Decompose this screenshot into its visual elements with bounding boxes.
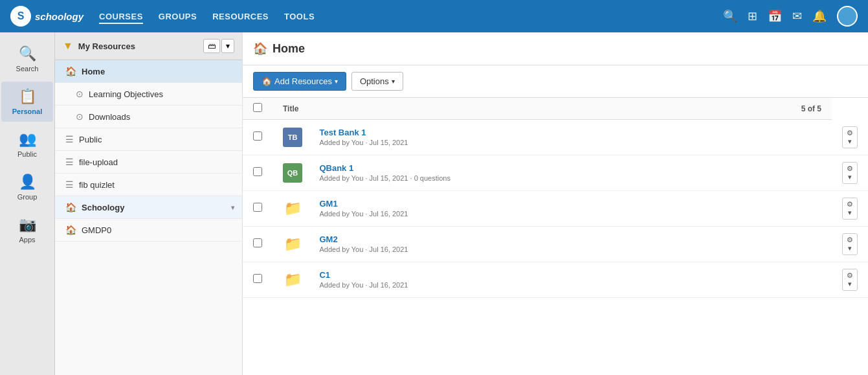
row-gear-button[interactable]: ⚙ ▾ (842, 269, 858, 291)
sidebar-nav-home[interactable]: 🏠 Home (55, 60, 242, 83)
row-action-cell: ⚙ ▾ (832, 155, 868, 190)
sidebar-item-search[interactable]: 🔍 Search (1, 39, 53, 79)
resource-title-link[interactable]: QBank 1 (319, 163, 353, 173)
row-title-cell: C1 Added by You · Jul 16, 2021 (309, 262, 832, 297)
row-icon-cell: 📁 (273, 226, 309, 262)
table-header-row: Title 5 of 5 (243, 98, 868, 120)
header-checkbox-col (243, 98, 273, 120)
sidebar-nav-file-upload[interactable]: ☰ file-upload (55, 151, 242, 174)
search-sidebar-icon: 🔍 (19, 45, 36, 62)
sidebar-nav-public[interactable]: ☰ Public (55, 128, 242, 151)
row-icon-cell: 📁 (273, 190, 309, 226)
add-resources-caret-icon: ▾ (335, 78, 338, 85)
resource-title-link[interactable]: Test Bank 1 (319, 128, 366, 137)
row-checkbox[interactable] (253, 238, 262, 247)
table-body: TB Test Bank 1 Added by You · Jul 15, 20… (243, 120, 868, 298)
table-row: 📁 GM2 Added by You · Jul 16, 2021 ⚙ ▾ (243, 226, 868, 262)
logo-text: schoology (35, 11, 83, 22)
row-checkbox[interactable] (253, 274, 262, 283)
options-button[interactable]: Options ▾ (351, 72, 403, 91)
sidebar-nav-learning-objectives[interactable]: ⊙ Learning Objectives (55, 83, 242, 106)
nav-resources[interactable]: RESOURCES (212, 12, 269, 21)
options-caret-icon: ▾ (392, 78, 395, 85)
sidebar-more-button[interactable]: ▾ (221, 39, 234, 53)
row-checkbox[interactable] (253, 131, 262, 141)
row-title-cell: GM1 Added by You · Jul 16, 2021 (309, 190, 832, 226)
toolbar: 🏠 Add Resources ▾ Options ▾ (243, 65, 868, 98)
group-icon: 👤 (19, 174, 36, 190)
resource-meta: Added by You · Jul 16, 2021 (319, 245, 821, 253)
content-folder-icon: 🏠 (253, 41, 267, 56)
page-title: Home (273, 42, 305, 56)
sidebar-nav-downloads[interactable]: ⊙ Downloads (55, 106, 242, 128)
schoology-nav-icon: 🏠 (65, 202, 76, 212)
sidebar-action-button[interactable]: 🗃 (203, 39, 220, 53)
row-checkbox-cell (243, 262, 273, 297)
resource-title-link[interactable]: GM2 (319, 234, 337, 244)
row-gear-button[interactable]: ⚙ ▾ (842, 233, 858, 255)
apps-sidebar-icon: 📷 (19, 216, 36, 233)
home-icon: 🏠 (65, 66, 76, 76)
sidebar-header-buttons: 🗃 ▾ (203, 39, 234, 53)
row-action-cell: ⚙ ▾ (832, 190, 868, 226)
row-icon-cell: 📁 (273, 262, 309, 297)
row-checkbox-cell (243, 155, 273, 190)
my-resources-title: ▼ My Resources (63, 40, 135, 52)
nav-links: COURSES GROUPS RESOURCES TOOLS (99, 12, 315, 21)
personal-icon: 📋 (19, 88, 36, 105)
user-avatar[interactable] (837, 6, 858, 27)
gmdp0-icon: 🏠 (65, 225, 76, 235)
mail-icon[interactable]: ✉ (792, 9, 802, 23)
resource-meta: Added by You · Jul 16, 2021 (319, 281, 821, 289)
fib-quizlet-icon: ☰ (65, 179, 74, 190)
calendar-icon[interactable]: 📅 (768, 9, 782, 23)
row-checkbox[interactable] (253, 167, 262, 176)
row-gear-button[interactable]: ⚙ ▾ (842, 198, 858, 220)
sidebar-item-group[interactable]: 👤 Group (1, 167, 53, 207)
table-row: 📁 C1 Added by You · Jul 16, 2021 ⚙ ▾ (243, 262, 868, 297)
nav-groups[interactable]: GROUPS (159, 12, 197, 21)
nav-courses[interactable]: COURSES (99, 12, 143, 21)
row-checkbox-cell (243, 226, 273, 262)
table-row: TB Test Bank 1 Added by You · Jul 15, 20… (243, 120, 868, 155)
sidebar-item-public[interactable]: 👥 Public (1, 124, 53, 165)
row-action-cell: ⚙ ▾ (832, 226, 868, 262)
sidebar-nav-schoology[interactable]: 🏠 Schoology ▾ (55, 196, 242, 219)
row-icon-cell: TB (273, 120, 309, 155)
table-row: QB QBank 1 Added by You · Jul 15, 2021 ·… (243, 155, 868, 190)
main-layout: 🔍 Search 📋 Personal 👥 Public 👤 Group 📷 A… (0, 32, 868, 375)
resource-meta: Added by You · Jul 15, 2021 · 0 question… (319, 174, 821, 182)
downloads-icon: ⊙ (76, 111, 83, 122)
row-checkbox[interactable] (253, 203, 262, 212)
apps-icon[interactable]: ⊞ (748, 9, 757, 23)
resource-title-link[interactable]: C1 (319, 270, 330, 280)
sidebar-item-personal[interactable]: 📋 Personal (1, 82, 53, 122)
row-icon-cell: QB (273, 155, 309, 190)
resource-sidebar-header: ▼ My Resources 🗃 ▾ (55, 32, 242, 60)
content-header: 🏠 Home (243, 32, 868, 65)
row-checkbox-cell (243, 120, 273, 155)
row-gear-button[interactable]: ⚙ ▾ (842, 126, 858, 148)
public-icon: 👥 (19, 131, 36, 148)
bell-icon[interactable]: 🔔 (812, 9, 827, 23)
file-upload-icon: ☰ (65, 157, 74, 167)
search-icon[interactable]: 🔍 (723, 9, 737, 23)
logo[interactable]: S schoology (10, 6, 83, 27)
add-resources-button[interactable]: 🏠 Add Resources ▾ (253, 72, 346, 91)
sidebar-item-apps[interactable]: 📷 Apps (1, 210, 53, 250)
main-content: 🏠 Home 🏠 Add Resources ▾ Options ▾ (243, 32, 868, 375)
row-checkbox-cell (243, 190, 273, 226)
resource-title-link[interactable]: GM1 (319, 199, 337, 209)
select-all-checkbox[interactable] (253, 103, 262, 112)
sidebar-nav-fib-quizlet[interactable]: ☰ fib quizlet (55, 174, 242, 196)
icon-sidebar: 🔍 Search 📋 Personal 👥 Public 👤 Group 📷 A… (0, 32, 55, 375)
add-resources-folder-icon: 🏠 (262, 76, 272, 86)
resource-sidebar: ▼ My Resources 🗃 ▾ 🏠 Home ⊙ Learning Obj… (55, 32, 243, 375)
table-row: 📁 GM1 Added by You · Jul 16, 2021 ⚙ ▾ (243, 190, 868, 226)
resource-meta: Added by You · Jul 15, 2021 (319, 139, 821, 146)
sidebar-nav-gmdp0[interactable]: 🏠 GMDP0 (55, 219, 242, 242)
nav-tools[interactable]: TOOLS (284, 12, 315, 21)
row-gear-button[interactable]: ⚙ ▾ (842, 162, 858, 184)
header-count-col: 5 of 5 (309, 98, 832, 120)
sidebar-nav-list: 🏠 Home ⊙ Learning Objectives ⊙ Downloads… (55, 60, 242, 242)
